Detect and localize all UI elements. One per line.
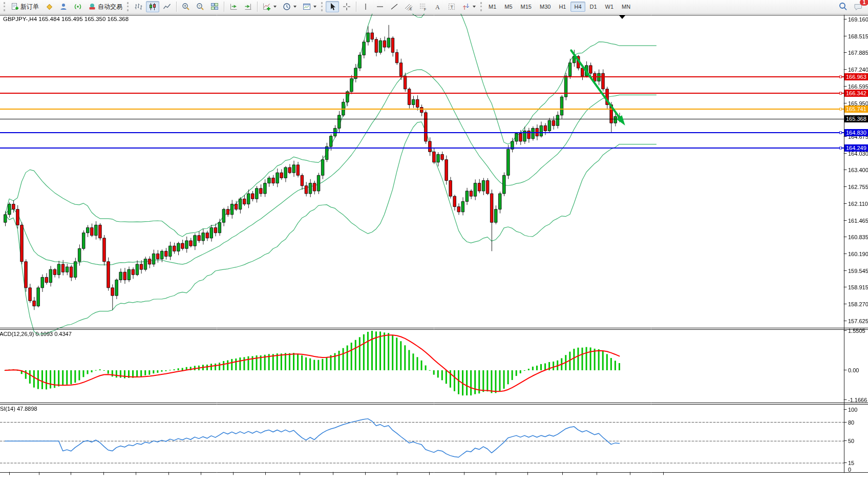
rsi-axis-label: 50 [848, 438, 854, 444]
price-tick-label: 168.515 [848, 33, 868, 39]
dropdown-caret-icon [313, 6, 316, 8]
candlestick-chart-icon [149, 3, 157, 11]
tile-windows-button[interactable] [208, 1, 221, 12]
svg-text:A: A [435, 4, 440, 11]
timeframe-m15-button[interactable]: M15 [517, 2, 535, 12]
price-tick-label: 161.465 [848, 218, 868, 224]
new-order-icon [11, 3, 19, 11]
time-axis[interactable]: May 202218 May 20:0020 May 04:0023 May 1… [0, 473, 844, 485]
toolbar-grip [127, 2, 129, 11]
timeframe-d1-button[interactable]: D1 [586, 2, 601, 12]
timeframe-d1-button-label: D1 [590, 4, 597, 10]
macd-indicator-label: MACD(12,26,9) 0.1093 0.4347 [0, 331, 72, 337]
svg-text:E: E [410, 7, 412, 11]
hline-price-box: 165.368 [844, 115, 868, 122]
price-tick-label: 167.885 [848, 50, 868, 56]
price-tick-label: 159.545 [848, 268, 868, 274]
text-label-icon: T [448, 3, 456, 11]
horizontal-line-button[interactable] [373, 1, 387, 12]
indicators-icon [263, 3, 271, 11]
timeframe-h1-button-label: H1 [559, 4, 566, 10]
timeframe-w1-button-label: W1 [605, 4, 614, 10]
autotrading-button-label: 自动交易 [98, 3, 122, 11]
hline-price-box: 164.249 [844, 144, 868, 152]
vertical-line-button[interactable] [359, 1, 372, 12]
zoom-out-icon [196, 3, 204, 11]
auto-scroll-button[interactable] [227, 1, 240, 12]
hline-drag-marker[interactable] [839, 132, 842, 134]
text-button[interactable]: A [431, 1, 444, 12]
text-label-button[interactable]: T [445, 1, 458, 12]
arrows-icon [462, 3, 470, 11]
styler-button[interactable] [43, 1, 56, 12]
new-order-button[interactable]: 新订单 [8, 1, 41, 12]
notifications-button[interactable]: 1 [851, 1, 865, 12]
timeframe-mn-button-label: MN [622, 4, 630, 10]
zoom-in-icon [182, 3, 190, 11]
timeframe-w1-button[interactable]: W1 [602, 2, 618, 12]
equidistant-channel-button[interactable]: E [402, 1, 415, 12]
signals-icon [74, 3, 82, 11]
hline-drag-marker[interactable] [839, 108, 842, 110]
indicators-button[interactable] [260, 1, 279, 12]
price-tick-label: 158.270 [848, 301, 868, 307]
timeframe-m5-button[interactable]: M5 [501, 2, 516, 12]
rsi-axis-label: 0 [848, 467, 851, 473]
market-depth-icon [59, 3, 68, 11]
timeframe-m1-button-label: M1 [489, 4, 496, 10]
hline-price-box: 166.342 [844, 90, 868, 97]
bar-chart-button[interactable] [132, 1, 145, 12]
timeframe-h4-button-label: H4 [574, 4, 581, 10]
trendline-button[interactable] [388, 1, 401, 12]
auto-scroll-icon [229, 3, 238, 11]
search-button[interactable] [836, 1, 850, 12]
hline-drag-marker[interactable] [839, 146, 842, 149]
toolbar-separator [257, 2, 258, 12]
chart-shift-icon [244, 3, 252, 11]
rsi-axis-label: 15 [848, 460, 854, 466]
horizontal-line-icon [376, 3, 384, 11]
chart-shift-button[interactable] [241, 1, 255, 12]
search-icon [838, 2, 848, 11]
crosshair-button[interactable] [340, 1, 353, 12]
timeframe-h4-button[interactable]: H4 [570, 2, 585, 12]
autotrading-icon [88, 3, 96, 11]
styler-icon [45, 3, 53, 11]
equidistant-channel-icon: E [405, 3, 413, 11]
autotrading-button[interactable]: 自动交易 [86, 1, 125, 12]
notification-badge: 1 [860, 0, 868, 6]
hline-drag-marker[interactable] [839, 92, 842, 94]
dropdown-caret-icon [273, 6, 277, 8]
price-tick-label: 162.755 [848, 184, 868, 190]
toolbar-grip [321, 2, 323, 11]
chart-canvas[interactable] [0, 0, 868, 485]
templates-button[interactable] [300, 1, 319, 12]
signals-button[interactable] [71, 1, 84, 12]
timeframe-m30-button[interactable]: M30 [536, 2, 554, 12]
hline-price-box: 164.830 [844, 129, 868, 136]
zoom-out-button[interactable] [194, 1, 207, 12]
zoom-in-button[interactable] [179, 1, 193, 12]
fibonacci-icon: F [419, 3, 427, 11]
macd-axis-label: -1.1666 [848, 397, 867, 403]
svg-text:T: T [451, 5, 454, 10]
fibonacci-button[interactable]: F [416, 1, 430, 12]
text-icon: A [433, 3, 441, 11]
hline-price-box: 166.963 [844, 73, 868, 80]
periods-button[interactable] [280, 1, 299, 12]
timeframe-mn-button[interactable]: MN [618, 2, 634, 12]
hline-drag-marker[interactable] [839, 76, 842, 78]
candlestick-chart-button[interactable] [146, 1, 159, 12]
line-chart-button[interactable] [160, 1, 174, 12]
templates-icon [303, 3, 311, 11]
timeframe-m1-button[interactable]: M1 [485, 2, 500, 12]
arrows-button[interactable] [459, 1, 478, 12]
price-tick-label: 167.240 [848, 67, 868, 73]
cursor-button[interactable] [326, 1, 339, 12]
toolbar-separator [356, 2, 356, 12]
market-depth-button[interactable] [57, 1, 70, 12]
cursor-icon [328, 3, 336, 11]
toolbar-grip [4, 2, 5, 11]
price-tick-label: 166.595 [848, 83, 868, 90]
timeframe-h1-button[interactable]: H1 [555, 2, 569, 12]
